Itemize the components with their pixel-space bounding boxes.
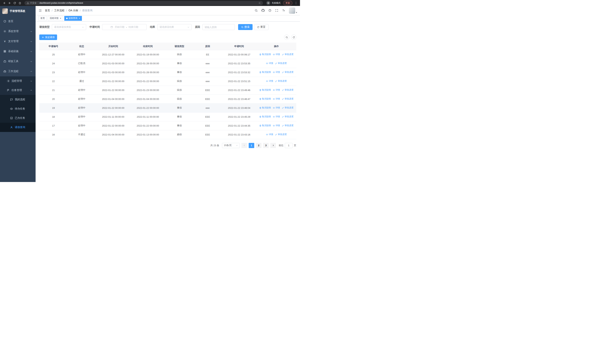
cancel-action-link[interactable]: 取消请假 — [259, 115, 271, 118]
flag-icon — [7, 89, 10, 92]
sidebar-item-home[interactable]: 首页 — [0, 16, 36, 26]
sidebar-item-workflow[interactable]: 工作流程 — [0, 66, 36, 76]
sidebar-item-payment[interactable]: ¥ 支付管理 — [0, 36, 36, 46]
reason-label: 原因 — [195, 25, 200, 29]
cancel-action-link[interactable]: 取消请假 — [259, 71, 271, 74]
table-row: 19处理中2022-01-22 00:00:002022-01-22 00:00… — [39, 103, 296, 112]
cell-reason: eee — [193, 103, 222, 112]
breadcrumb-home[interactable]: 首页 — [45, 9, 50, 12]
action-label: 审批进度 — [285, 115, 293, 118]
close-icon[interactable]: × — [79, 17, 80, 19]
help-button[interactable] — [268, 9, 272, 12]
progress-action-link[interactable]: 审批进度 — [282, 71, 293, 74]
detail-action-link[interactable]: 详情 — [273, 97, 280, 101]
result-select[interactable]: 请选择流结果 — [157, 24, 192, 30]
search-button[interactable]: 搜索 — [238, 24, 253, 30]
breadcrumb-separator: / — [52, 9, 52, 12]
close-icon[interactable]: × — [60, 17, 61, 19]
browser-update-button[interactable]: 更新 — [283, 1, 292, 5]
chevron-down-icon — [82, 26, 84, 28]
column-header: 开始时间 — [96, 43, 131, 50]
cancel-action-link[interactable]: 取消请假 — [259, 106, 271, 109]
sidebar-item-dev-tools[interactable]: 研发工具 — [0, 56, 36, 66]
page-button-2[interactable]: 2 — [256, 143, 262, 148]
cancel-action-link[interactable]: 取消请假 — [259, 124, 271, 127]
action-label: 审批进度 — [278, 62, 287, 65]
action-label: 取消请假 — [262, 71, 271, 74]
column-header: 申请时间 — [222, 43, 256, 50]
refresh-icon — [257, 26, 259, 28]
eye-icon — [273, 71, 275, 73]
progress-action-link[interactable]: 审批进度 — [282, 97, 293, 101]
page-size-select[interactable]: 10条/页 — [222, 143, 240, 148]
header-search-button[interactable] — [255, 9, 258, 12]
sidebar-item-process-management[interactable]: 流程管理 — [0, 76, 36, 86]
home-button[interactable] — [18, 0, 22, 5]
font-size-button[interactable] — [282, 9, 285, 12]
progress-action-link[interactable]: 审批进度 — [282, 106, 293, 109]
filter-form: 请假类型 请选择请假类型 申请时间 开始日期 - 结束日期 — [39, 24, 296, 31]
sidebar-item-task-management[interactable]: 任务管理 — [0, 86, 36, 95]
progress-action-link[interactable]: 审批进度 — [282, 88, 293, 92]
progress-action-link[interactable]: 审批进度 — [275, 62, 287, 65]
user-menu[interactable]: ▾ — [289, 7, 297, 14]
cancel-action-link[interactable]: 取消请假 — [259, 97, 271, 101]
action-label: 详情 — [276, 124, 280, 127]
reload-button[interactable] — [12, 0, 17, 5]
detail-action-link[interactable]: 详情 — [273, 53, 280, 56]
detail-action-link[interactable]: 详情 — [273, 88, 280, 92]
leave-type-select[interactable]: 请选择请假类型 — [52, 24, 86, 30]
bookmark-star-icon[interactable]: ☆ — [258, 1, 261, 4]
sidebar-collapse-button[interactable] — [38, 9, 42, 12]
progress-action-link[interactable]: 审批进度 — [275, 133, 287, 136]
tab-leave-query[interactable]: 请假查询 × — [64, 16, 82, 21]
detail-action-link[interactable]: 详情 — [273, 115, 280, 118]
sidebar-item-pending-tasks[interactable]: 待办任务 — [0, 104, 36, 113]
tab-home[interactable]: 首页 — [38, 16, 47, 21]
sidebar-menu: 首页 系统管理 ¥ 支付管理 基础设施 — [0, 16, 36, 182]
action-label: 取消请假 — [262, 115, 271, 118]
sidebar-item-system[interactable]: 系统管理 — [0, 26, 36, 36]
progress-action-link[interactable]: 审批进度 — [275, 80, 287, 83]
detail-action-link[interactable]: 详情 — [266, 80, 273, 83]
refresh-table-button[interactable] — [291, 35, 296, 40]
back-button[interactable] — [2, 0, 7, 5]
url-bar[interactable]: 不安全 dashboard.yudao.iocoder.cn/bpm/oa/le… — [24, 1, 263, 5]
cancel-action-link[interactable]: 取消请假 — [259, 53, 271, 56]
sidebar-item-leave-query[interactable]: 请假查询 — [0, 123, 36, 132]
github-button[interactable] — [262, 9, 265, 12]
sidebar-item-my-processes[interactable]: 我的流程 — [0, 95, 36, 104]
browser-menu-icon[interactable]: ⋮ — [294, 1, 298, 5]
detail-action-link[interactable]: 详情 — [273, 106, 280, 109]
edit-icon — [275, 80, 277, 82]
progress-action-link[interactable]: 审批进度 — [282, 53, 293, 56]
tab-process-detail[interactable]: 流程详情 × — [48, 16, 63, 21]
topbar: 首页 / 工作流程 / OA 示例 / 请假查询 ▾ — [36, 6, 300, 15]
security-status[interactable]: 不安全 — [27, 1, 37, 5]
progress-action-link[interactable]: 审批进度 — [282, 115, 293, 118]
fullscreen-button[interactable] — [275, 9, 278, 12]
sidebar-item-done-tasks[interactable]: 已办任务 — [0, 113, 36, 123]
sidebar-item-infrastructure[interactable]: 基础设施 — [0, 46, 36, 56]
detail-action-link[interactable]: 详情 — [273, 124, 280, 127]
page-button-1[interactable]: 1 — [249, 143, 254, 148]
progress-action-link[interactable]: 审批进度 — [282, 124, 293, 127]
detail-action-link[interactable]: 详情 — [273, 71, 280, 74]
cancel-action-link[interactable]: 取消请假 — [259, 88, 271, 92]
prev-page-button[interactable] — [242, 143, 247, 148]
goto-page-input[interactable] — [285, 143, 293, 148]
trash-icon — [259, 53, 262, 56]
reason-input[interactable] — [205, 26, 233, 28]
create-leave-button[interactable]: 发起请假 — [39, 35, 57, 40]
next-page-button[interactable] — [270, 143, 276, 148]
detail-action-link[interactable]: 详情 — [266, 62, 273, 65]
breadcrumb-workflow[interactable]: 工作流程 — [54, 9, 65, 12]
date-range-picker[interactable]: 开始日期 - 结束日期 — [102, 24, 147, 30]
cell-id: 16 — [39, 130, 68, 139]
forward-button[interactable] — [7, 0, 12, 5]
toggle-search-button[interactable] — [284, 35, 289, 40]
breadcrumb-oa-example[interactable]: OA 示例 — [69, 9, 78, 12]
reset-button[interactable]: 重置 — [254, 24, 269, 30]
page-button-3[interactable]: 3 — [263, 143, 269, 148]
detail-action-link[interactable]: 详情 — [266, 133, 273, 136]
